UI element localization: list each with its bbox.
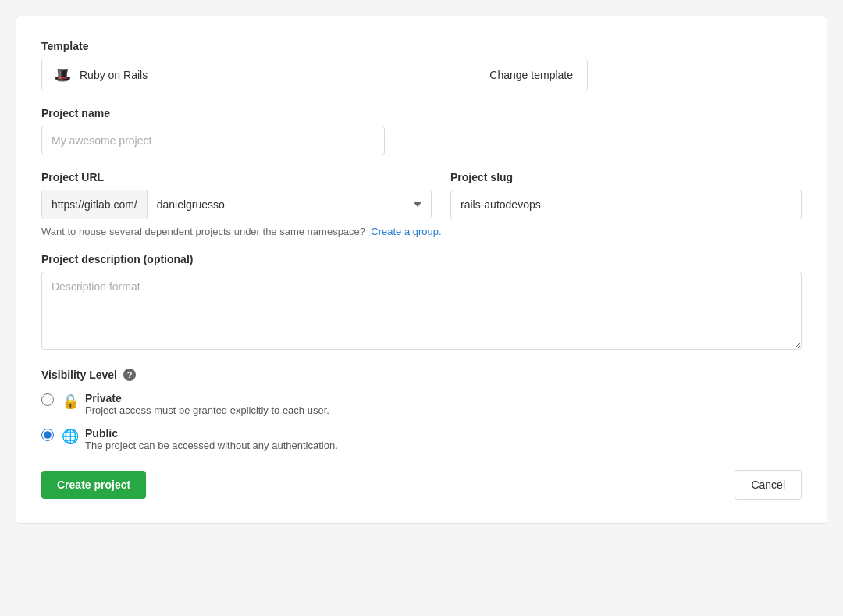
public-option: 🌐 Public The project can be accessed wit… [41, 427, 802, 451]
url-prefix: https://gitlab.com/ [42, 190, 148, 219]
private-desc: Project access must be granted explicitl… [85, 404, 329, 416]
rails-icon: 🎩 [53, 67, 72, 83]
template-section: Template 🎩 Ruby on Rails Change template [41, 40, 802, 91]
slug-section: Project slug [450, 171, 802, 219]
public-radio[interactable] [41, 429, 54, 441]
template-name: Ruby on Rails [80, 69, 148, 81]
url-slug-row: Project URL https://gitlab.com/ danielgr… [41, 171, 802, 219]
template-label: Template [41, 40, 802, 52]
public-text: Public The project can be accessed witho… [85, 427, 338, 451]
description-section: Project description (optional) [41, 253, 802, 353]
project-name-section: Project name [41, 107, 802, 155]
project-url-label: Project URL [41, 171, 432, 183]
private-option: 🔒 Private Project access must be granted… [41, 392, 802, 416]
private-content: 🔒 Private Project access must be granted… [62, 392, 329, 416]
create-group-link[interactable]: Create a group. [371, 226, 441, 237]
help-icon[interactable]: ? [123, 369, 136, 381]
private-radio[interactable] [41, 393, 54, 406]
template-value: 🎩 Ruby on Rails [42, 59, 475, 91]
description-textarea[interactable] [41, 272, 802, 350]
private-label: Private [85, 392, 329, 404]
lock-icon: 🔒 [62, 393, 79, 410]
public-content: 🌐 Public The project can be accessed wit… [62, 427, 338, 451]
project-name-label: Project name [41, 107, 802, 119]
template-row: 🎩 Ruby on Rails Change template [41, 59, 588, 91]
url-section: Project URL https://gitlab.com/ danielgr… [41, 171, 432, 219]
description-label: Project description (optional) [41, 253, 802, 265]
namespace-hint: Want to house several dependent projects… [41, 226, 802, 237]
project-slug-input[interactable] [450, 190, 802, 219]
public-label: Public [85, 427, 338, 440]
public-desc: The project can be accessed without any … [85, 440, 338, 451]
project-name-input[interactable] [41, 126, 385, 155]
cancel-button[interactable]: Cancel [735, 470, 802, 500]
visibility-label: Visibility Level [41, 369, 117, 381]
change-template-button[interactable]: Change template [475, 59, 587, 91]
namespace-select[interactable]: danielgruesso [148, 190, 431, 219]
visibility-header: Visibility Level ? [41, 369, 802, 381]
form-actions: Create project Cancel [41, 470, 802, 500]
private-text: Private Project access must be granted e… [85, 392, 329, 416]
create-project-button[interactable]: Create project [41, 471, 146, 499]
url-input-group: https://gitlab.com/ danielgruesso [41, 190, 432, 219]
globe-icon: 🌐 [62, 428, 79, 445]
create-project-form: Template 🎩 Ruby on Rails Change template… [16, 16, 827, 524]
project-slug-label: Project slug [450, 171, 802, 183]
visibility-section: Visibility Level ? 🔒 Private Project acc… [41, 369, 802, 451]
